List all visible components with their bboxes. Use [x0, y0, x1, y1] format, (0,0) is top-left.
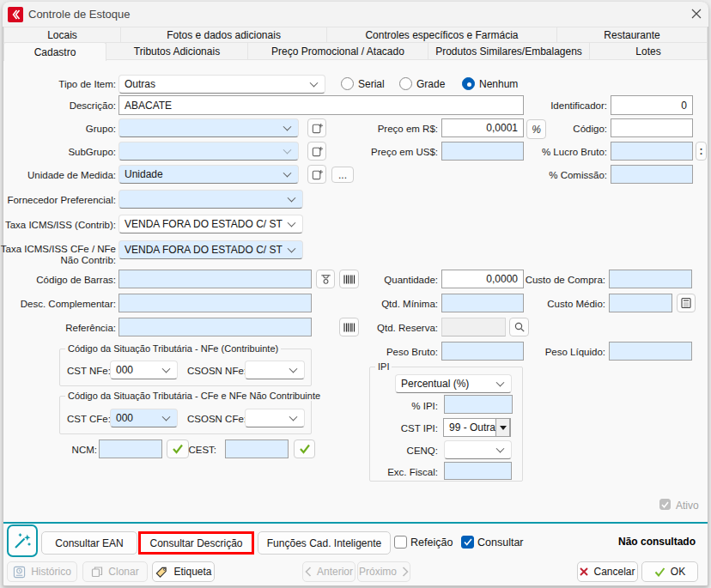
chevron-down-icon [288, 219, 296, 227]
historico-button[interactable]: Histórico [7, 561, 77, 582]
close-button[interactable] [688, 6, 705, 21]
desc-complementar-label: Desc. Complementar: [0, 298, 116, 310]
radio-serial-label: Serial [358, 78, 385, 90]
ok-check-icon [654, 567, 665, 577]
ok-button[interactable]: OK [641, 561, 698, 582]
tab-produtos-similares[interactable]: Produtos Similares/Embalagens [428, 42, 590, 60]
chevron-left-icon [305, 567, 312, 577]
peso-liquido-input[interactable] [609, 342, 692, 361]
status-nao-consultado: Não consultado [541, 536, 696, 548]
tab-lotes[interactable]: Lotes [589, 42, 708, 60]
refeicao-label: Refeição [410, 536, 453, 549]
chevron-down-icon [162, 413, 171, 421]
cst-nfe-select[interactable]: 000 [110, 361, 178, 379]
csosn-nfe-select[interactable] [245, 361, 305, 379]
cest-input[interactable] [225, 439, 289, 458]
anterior-button[interactable]: Anterior [302, 561, 356, 582]
etiqueta-button[interactable]: Etiqueta [152, 561, 215, 582]
caret-down-icon [500, 426, 507, 430]
lucro-bruto-label: % Lucro Bruto: [455, 146, 607, 158]
chevron-down-icon [162, 365, 171, 373]
qtd-reserva-input [441, 318, 506, 336]
clone-icon [91, 566, 103, 578]
consultar-checkbox[interactable] [461, 536, 474, 549]
chevron-down-icon [289, 413, 298, 421]
codigo-input[interactable] [611, 118, 693, 137]
codigo-label: Código: [455, 123, 607, 135]
cst-ipi-select[interactable]: 99 - Outras [443, 418, 511, 437]
grupo-select[interactable] [118, 118, 299, 137]
dropdown-button[interactable] [495, 418, 510, 437]
consultar-ean-button[interactable]: Consultar EAN [41, 531, 137, 555]
refeicao-checkbox[interactable] [394, 536, 407, 549]
exc-fiscal-input[interactable] [444, 462, 512, 480]
preco-rs-label: Preço em R$: [283, 123, 438, 135]
ipi-mode-select[interactable]: Percentual (%) [395, 374, 512, 393]
cancel-x-icon [580, 567, 588, 576]
tab-fotos-e-dados-adicionais[interactable]: Fotos e dados adicionais [120, 27, 327, 43]
cenq-label: CENQ: [326, 445, 438, 457]
custo-compra-label: Custo de Compra: [453, 274, 605, 286]
app-icon [8, 7, 23, 22]
tab-tributos-adicionais[interactable]: Tributos Adicionais [106, 42, 248, 60]
tag-icon [155, 566, 168, 579]
magic-wand-button[interactable] [7, 524, 38, 557]
tab-locais[interactable]: Locais [3, 27, 121, 43]
tipo-de-item-select[interactable]: Outras [118, 75, 325, 94]
ipi-pct-label: % IPI: [326, 400, 438, 412]
radio-grade[interactable] [399, 77, 412, 90]
identificador-label: Identificador: [455, 100, 607, 112]
calculator-icon-button[interactable] [677, 294, 696, 312]
ipi-pct-input[interactable] [444, 395, 513, 414]
subgrupo-select[interactable] [118, 142, 299, 161]
chevron-down-icon [288, 194, 296, 203]
unidade-label: Unidade de Medida: [0, 169, 116, 181]
tab-controles-especificos[interactable]: Controles específicos e Farmácia [326, 27, 557, 43]
radio-serial[interactable] [341, 77, 354, 90]
taxa-nao-contrib-select[interactable]: VENDA FORA DO ESTADO C/ ST [118, 240, 303, 259]
tipo-de-item-label: Tipo de Item: [0, 78, 116, 90]
custo-medio-input[interactable] [609, 294, 672, 312]
cancelar-button[interactable]: Cancelar [577, 561, 638, 582]
consultar-descricao-button[interactable]: Consultar Descrição [138, 531, 254, 555]
tab-restaurante[interactable]: Restaurante [556, 27, 708, 43]
qtd-reserva-label: Qtd. Reserva: [283, 322, 438, 334]
unidade-more-button[interactable]: ... [331, 167, 354, 183]
cst-ipi-label: CST IPI: [326, 422, 438, 434]
search-icon-button[interactable] [509, 318, 529, 336]
taxa-nao-contrib-label-line1: Taxa ICMS/ISS CFe / NFe [0, 243, 116, 255]
radio-nenhum[interactable] [462, 77, 475, 90]
referencia-label: Referência: [0, 322, 116, 334]
tab-cadastro[interactable]: Cadastro [3, 42, 106, 61]
descricao-label: Descrição: [0, 100, 116, 112]
fornecedor-select[interactable] [118, 190, 303, 209]
unidade-select[interactable]: Unidade [118, 165, 299, 184]
radio-nenhum-label: Nenhum [479, 78, 518, 90]
window-title: Controle de Estoque [28, 8, 131, 21]
grupo-label: Grupo: [0, 123, 116, 135]
cst-nfe-label: CST NFe: [67, 365, 111, 377]
footer-separator [3, 522, 708, 524]
clonar-button[interactable]: Clonar [82, 561, 148, 582]
subgrupo-label: SubGrupo: [0, 146, 116, 158]
funcoes-cad-inteligente-button[interactable]: Funções Cad. Inteligente [258, 531, 391, 555]
exc-fiscal-label: Exc. Fiscal: [326, 466, 438, 478]
taxa-nao-contrib-label-line2: Não Contrib: [0, 254, 116, 266]
custo-compra-input[interactable] [609, 270, 692, 288]
identificador-input[interactable]: 0 [611, 95, 693, 115]
qtd-minima-label: Qtd. Mínima: [283, 298, 438, 310]
lucro-options-button[interactable]: : [696, 142, 707, 161]
lucro-bruto-input[interactable] [611, 142, 693, 161]
add-unidade-button[interactable] [307, 165, 326, 184]
cenq-select[interactable] [444, 440, 512, 459]
cst-cfe-select[interactable]: 000 [110, 409, 178, 427]
cest-check-button[interactable] [294, 439, 315, 458]
tab-preco-promocional[interactable]: Preço Promocional / Atacado [247, 42, 428, 60]
comissao-input[interactable] [611, 165, 693, 184]
taxa-contrib-select[interactable]: VENDA FORA DO ESTADO C/ ST [118, 215, 303, 233]
csosn-cfe-select[interactable] [245, 409, 305, 427]
proximo-button[interactable]: Próximo [357, 561, 410, 582]
codigo-barras-label: Código de Barras: [0, 274, 116, 286]
custo-medio-label: Custo Médio: [453, 298, 605, 310]
comissao-label: % Comissão: [455, 169, 607, 181]
